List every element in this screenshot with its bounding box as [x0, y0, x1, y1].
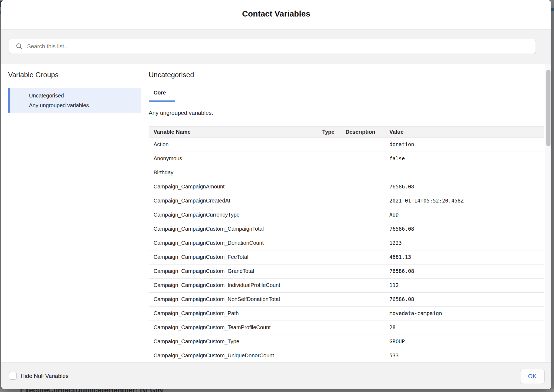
column-header-description: Description [346, 129, 375, 135]
table-row: Campaign_CampaignCustom_FeeTotal4681.13 [149, 250, 544, 264]
table-row: Campaign_CampaignAmount76586.08 [149, 180, 544, 194]
search-icon [16, 43, 23, 50]
search-band [1, 30, 551, 64]
table-row: Campaign_CampaignCustom_NonSelfDonationT… [149, 293, 544, 307]
variable-name-cell: Campaign_CampaignCustom_GrandTotal [154, 268, 254, 274]
column-header-variable-name: Variable Name [154, 129, 191, 135]
variable-value-cell: 76586.08 [389, 268, 414, 274]
variable-name-cell: Campaign_CampaignCustom_Path [154, 310, 239, 316]
variable-name-cell: Campaign_CampaignCreatedAt [154, 198, 230, 204]
table-row: Campaign_CampaignCustom_UniqueDonorCount… [149, 349, 544, 363]
hide-null-variables-label: Hide Null Variables [21, 373, 69, 379]
variable-name-cell: Action [154, 141, 169, 148]
modal-title: Contact Variables [1, 9, 551, 18]
variable-value-cell: 533 [389, 352, 399, 358]
variable-name-cell: Campaign_CampaignAmount [154, 184, 224, 190]
variable-value-cell: donation [389, 141, 414, 147]
variable-value-cell: false [389, 155, 405, 161]
variable-value-cell: 28 [389, 324, 396, 330]
variable-name-cell: Campaign_CampaignCustom_DonationCount [154, 240, 264, 246]
sidebar-item-uncategorised[interactable]: Uncategorised Any ungrouped variables. [8, 88, 141, 113]
table-row: Actiondonation [149, 138, 544, 152]
variable-value-cell: 4681.13 [389, 254, 411, 260]
variable-name-cell: Campaign_CampaignCustom_UniqueDonorCount [154, 352, 274, 359]
column-header-type: Type [322, 129, 334, 135]
table-row: Anonymousfalse [149, 152, 544, 166]
background-ui-fragment [551, 8, 554, 11]
variable-value-cell: GROUP [389, 338, 405, 344]
group-page-description: Any ungrouped variables. [149, 110, 213, 116]
hide-null-variables-checkbox[interactable] [9, 372, 17, 380]
variable-name-cell: Campaign_CampaignCustom_NonSelfDonationT… [154, 296, 280, 302]
group-label: Uncategorised [29, 93, 64, 99]
variable-value-cell: 76586.08 [389, 296, 414, 302]
variable-value-cell: movedata-campaign [389, 310, 442, 316]
table-row: Campaign_CampaignCustom_TeamProfileCount… [149, 321, 544, 335]
variable-value-cell: 112 [389, 282, 399, 288]
variable-value-cell: 76586.08 [389, 184, 414, 190]
variable-name-cell: Campaign_CampaignCustom_Type [154, 338, 239, 345]
variable-name-cell: Campaign_CampaignCustom_IndividualProfil… [154, 282, 280, 288]
variable-name-cell: Campaign_CampaignCurrencyType [154, 212, 240, 218]
variable-name-cell: Birthday [154, 169, 173, 176]
table-row: Campaign_CampaignCustom_GrandTotal76586.… [149, 264, 544, 279]
vertical-scrollbar-thumb[interactable] [546, 70, 550, 146]
variable-name-cell: Anonymous [154, 155, 182, 162]
search-box[interactable] [9, 39, 536, 54]
variable-name-cell: Campaign_CampaignCustom_FeeTotal [154, 254, 248, 260]
modal-body: Variable Groups Uncategorised Any ungrou… [1, 64, 551, 363]
table-row: Campaign_CampaignCustom_TypeGROUP [149, 335, 544, 349]
contact-variables-modal: Contact Variables Variable Groups Uncate… [1, 0, 551, 389]
tab-core[interactable]: Core [154, 90, 166, 96]
tab-divider [149, 102, 536, 102]
table-row: Campaign_CampaignCustom_DonationCount122… [149, 236, 544, 250]
table-header-row: Variable Name Type Description Value [149, 126, 544, 138]
table-rows: ActiondonationAnonymousfalseBirthdayCamp… [149, 138, 544, 363]
table-row: Campaign_CampaignCreatedAt2021-01-14T05:… [149, 194, 544, 208]
vertical-scrollbar-track[interactable] [545, 64, 551, 363]
variable-value-cell: AUD [389, 212, 399, 218]
column-header-value: Value [389, 129, 403, 135]
table-row: Campaign_CampaignCustom_CampaignTotal765… [149, 222, 544, 236]
table-row: Campaign_CampaignCustom_Pathmovedata-cam… [149, 307, 544, 321]
variable-value-cell: 76586.08 [389, 226, 414, 232]
variable-groups-heading: Variable Groups [8, 71, 58, 79]
ok-button[interactable]: OK [520, 369, 545, 384]
search-input[interactable] [27, 43, 536, 50]
group-page-title: Uncategorised [149, 71, 194, 79]
variable-name-cell: Campaign_CampaignCustom_CampaignTotal [154, 226, 264, 232]
variable-value-cell: 2021-01-14T05:52:20.458Z [389, 198, 464, 204]
table-row: Birthday [149, 166, 544, 180]
variable-name-cell: Campaign_CampaignCustom_TeamProfileCount [154, 324, 271, 331]
table-row: Campaign_CampaignCurrencyTypeAUD [149, 208, 544, 222]
variables-table: Variable Name Type Description Value Act… [149, 126, 544, 363]
modal-titlebar: Contact Variables [1, 0, 551, 30]
modal-footer: Hide Null Variables OK [1, 362, 551, 389]
table-row: Campaign_CampaignCustom_IndividualProfil… [149, 279, 544, 293]
variable-value-cell: 1223 [389, 240, 402, 246]
group-description: Any ungrouped variables. [29, 102, 90, 109]
